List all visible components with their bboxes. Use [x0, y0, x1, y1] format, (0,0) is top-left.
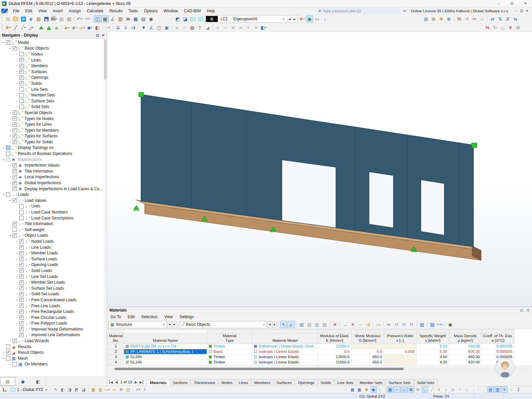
tree-item-global-imperfections[interactable]: ›Global Imperfections — [0, 180, 107, 186]
release-config-2-button[interactable]: ≈ — [222, 24, 229, 31]
show-load-distribution-button[interactable]: ↓ — [321, 15, 329, 23]
visibility-checkbox[interactable] — [6, 157, 10, 162]
tree-item-free-concentrated-loads[interactable]: ›Free Concentrated Loads — [0, 297, 107, 303]
table-search-button[interactable]: ◉ — [447, 321, 454, 328]
row-number-cell[interactable]: 3 — [108, 354, 124, 359]
column-header--kn-m-[interactable]: Specific Weightγ [kN/m³] — [417, 333, 449, 344]
tree-item-mesh[interactable]: ›Mesh — [0, 355, 107, 361]
visibility-checkbox[interactable] — [19, 263, 24, 267]
table-cell[interactable]: Isotropic | Linear Elastic — [252, 359, 318, 365]
collapse-arrow-icon[interactable]: › — [1, 193, 6, 197]
jump-to-graphic-button[interactable]: ↖ — [280, 321, 287, 328]
shift-cs-button[interactable]: ◧ — [59, 386, 66, 393]
visibility-checkbox[interactable] — [13, 198, 17, 202]
value-cell[interactable]: 0.000 — [384, 349, 417, 354]
remove-row-button[interactable]: − — [357, 321, 364, 328]
work-plane-grid-button[interactable]: ∷ — [342, 386, 349, 393]
lc-favorite-1-button[interactable] — [189, 15, 197, 23]
keyword-search-input[interactable]: ▶ Type a keyword (Alt+Q) — [317, 8, 400, 14]
insert-member-load-button[interactable]: ⇓ — [122, 24, 129, 31]
numbering-2-button[interactable]: 2 — [141, 386, 148, 393]
new-model-button[interactable]: ▤ — [4, 15, 12, 23]
visibility-checkbox[interactable] — [19, 93, 24, 97]
tree-item-opening-loads[interactable]: ›Opening Loads — [0, 262, 107, 268]
table-tab-surfaces[interactable]: Surfaces — [273, 379, 295, 386]
expand-arrow-icon[interactable]: › — [15, 309, 19, 314]
visibility-checkbox[interactable] — [19, 204, 24, 208]
table-filter-button[interactable]: ▥ — [313, 321, 321, 328]
edit-coordinate-system-button[interactable]: ✎ — [52, 386, 59, 393]
load-case-selector[interactable]: G LC1 Eigengewicht ∨ ◀ ▶ — [205, 15, 298, 23]
model-check-button[interactable]: ⊕ — [445, 15, 453, 23]
generate-objects-button[interactable]: ✱ — [438, 15, 445, 23]
grid-snap-frame-button[interactable]: ▦ — [349, 386, 356, 393]
visibility-checkbox[interactable] — [19, 239, 24, 243]
expand-arrow-icon[interactable]: › — [1, 350, 6, 355]
expand-arrow-icon[interactable]: › — [8, 128, 12, 133]
table-category-select[interactable]: ╱ Basic Objects ∨ — [180, 321, 267, 328]
column-header-type[interactable]: MaterialType — [207, 333, 252, 344]
table-sum-button[interactable]: ▤ — [429, 321, 436, 328]
expand-arrow-icon[interactable]: › — [15, 99, 19, 103]
visibility-checkbox[interactable] — [19, 64, 24, 68]
render-block-button[interactable]: ◧ — [94, 24, 101, 31]
empty-cell-button[interactable]: ▭ — [375, 321, 382, 328]
tree-item-members[interactable]: ›Members — [0, 63, 107, 69]
table-tab-sections[interactable]: Sections — [170, 379, 191, 386]
background-dots-button[interactable]: ∴ — [480, 386, 487, 393]
visibility-checkbox[interactable] — [13, 175, 17, 179]
value-cell[interactable]: 5.10 — [417, 343, 449, 349]
column-header-no-[interactable]: MaterialNo. — [108, 333, 124, 344]
tree-item-display-imperfections-in-load-cases-co-[interactable]: Display Imperfections in Load Cases & Co… — [0, 186, 107, 192]
visibility-checkbox[interactable] — [19, 52, 24, 56]
value-cell[interactable]: 11500.0 — [318, 359, 351, 365]
menu-tools[interactable]: Tools — [126, 8, 141, 14]
value-cell[interactable] — [384, 359, 417, 365]
value-cell[interactable]: 420.00 — [449, 359, 482, 365]
value-cell[interactable]: 460.00 — [449, 354, 482, 359]
visibility-checkbox[interactable] — [19, 75, 24, 80]
doc-minimize-button[interactable]: − — [513, 8, 519, 14]
expand-arrow-icon[interactable]: › — [15, 251, 19, 255]
tree-item-on-members[interactable]: ›On Members — [0, 361, 107, 367]
window-opening-1[interactable] — [369, 172, 393, 228]
minimize-button[interactable]: − — [492, 0, 505, 7]
expand-arrow-icon[interactable]: › — [15, 315, 19, 320]
visibility-checkbox[interactable] — [13, 110, 17, 115]
snap-magnet-button[interactable]: ∩ — [394, 386, 400, 393]
insert-nodal-load-button[interactable]: ◆▾ — [86, 24, 93, 31]
selection-frame-button[interactable]: ⊞ — [514, 24, 522, 31]
tree-item-line-loads[interactable]: ›Line Loads — [0, 244, 107, 250]
snap-cursor-button[interactable]: ◉ — [370, 386, 377, 393]
navigator-float-button[interactable]: ⊡ — [96, 33, 99, 38]
corner-marker-right[interactable] — [471, 143, 477, 148]
tree-item-free-circular-loads[interactable]: ›Free Circular Loads — [0, 315, 107, 321]
visibility-checkbox[interactable] — [19, 69, 24, 74]
measure-tool-button[interactable]: ↗▾ — [134, 386, 141, 393]
column-header-material-name[interactable]: Material Name — [124, 333, 207, 344]
menu-help[interactable]: Help — [204, 8, 218, 14]
expand-arrow-icon[interactable]: › — [8, 122, 12, 127]
save-model-button[interactable] — [43, 15, 50, 23]
tree-item-solids[interactable]: ›Solids — [0, 80, 107, 86]
table-color-button[interactable]: ▧ — [321, 321, 328, 328]
snap-center-button[interactable]: ◎ — [450, 386, 456, 393]
value-cell[interactable] — [384, 343, 417, 349]
column-header-e-n-mm-[interactable]: Modulus of Elast.E [N/mm²] — [318, 333, 351, 344]
clipping-box-button[interactable]: ◫ — [155, 24, 163, 31]
dimension-x-button[interactable]: ↦▾ — [104, 386, 110, 393]
visibility-checkbox[interactable] — [19, 321, 24, 326]
navigator-close-button[interactable]: ✕ — [102, 33, 105, 38]
visibility-checkbox[interactable] — [19, 304, 24, 308]
expand-arrow-icon[interactable]: › — [15, 104, 19, 109]
visibility-checkbox[interactable] — [19, 274, 24, 279]
tree-item-member-set-loads[interactable]: ›Member Set Loads — [0, 279, 107, 285]
delete-row-button[interactable]: ✕ — [349, 321, 356, 328]
tree-item-solid-loads[interactable]: ›Solid Loads — [0, 268, 107, 274]
tree-item-surface-loads[interactable]: ›Surface Loads — [0, 256, 107, 262]
expand-arrow-icon[interactable]: › — [15, 274, 19, 279]
expand-arrow-icon[interactable]: › — [15, 262, 19, 267]
table-horizontal-scrollbar[interactable] — [112, 367, 529, 371]
table-cell[interactable]: Basic — [207, 349, 252, 354]
renumber-objects-button[interactable]: ⊞ — [430, 15, 437, 23]
